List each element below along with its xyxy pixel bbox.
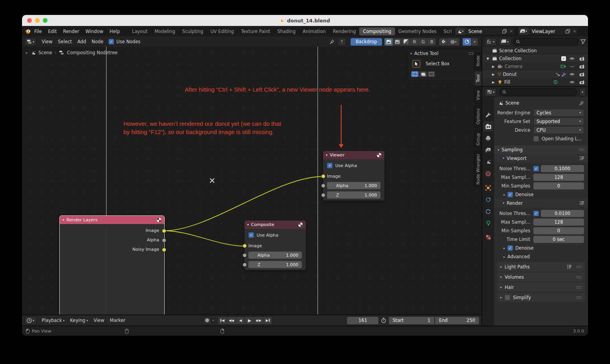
sidebar-tab-node[interactable]: Node <box>474 52 481 70</box>
image-alpha-button[interactable] <box>393 38 402 46</box>
collapse-icon[interactable]: ▾ <box>62 218 64 222</box>
collapse-icon[interactable]: ▾ <box>247 223 249 226</box>
viewport-noise-field[interactable]: 0.1000 <box>541 165 584 172</box>
collapse-icon[interactable]: ▾ <box>410 52 412 55</box>
tab-scene[interactable] <box>483 157 493 167</box>
zoom-window-button[interactable] <box>43 18 48 23</box>
outliner-filter-button[interactable]: ▾ <box>499 38 511 46</box>
parent-node-tree-button[interactable]: ↑ <box>338 38 346 46</box>
image-output-socket[interactable] <box>162 229 166 233</box>
close-window-button[interactable] <box>27 18 32 23</box>
blue-channel-button[interactable]: B <box>428 38 436 46</box>
collapse-icon[interactable]: ▾ <box>326 153 327 157</box>
node-header[interactable]: ▾ Render Layers <box>60 216 164 224</box>
viewport-max-field[interactable]: 128 <box>533 174 584 181</box>
node-header[interactable]: ▾ Viewer <box>323 151 384 159</box>
preset-menu-icon[interactable] <box>579 156 584 160</box>
menu-view[interactable]: View <box>39 39 55 44</box>
donut-hide-toggle[interactable] <box>568 72 576 77</box>
simplify-panel[interactable]: ▸ Simplify <box>497 293 585 302</box>
filter-funnel-icon[interactable] <box>581 39 586 44</box>
tab-scripting[interactable]: Scripting <box>440 28 452 35</box>
fill-hide-toggle[interactable] <box>568 80 576 85</box>
tab-tool[interactable] <box>483 110 493 119</box>
tab-render[interactable] <box>483 121 493 131</box>
tab-shading[interactable]: Shading <box>274 28 299 35</box>
expand-icon[interactable]: ▶ <box>491 65 496 68</box>
donut-render-toggle[interactable] <box>578 72 586 77</box>
pin-icon[interactable] <box>329 39 334 44</box>
z-input-socket[interactable] <box>243 263 247 267</box>
properties-editor-type-button[interactable]: ▾ <box>485 88 497 96</box>
use-alpha-checkbox[interactable]: ✓ <box>327 163 333 168</box>
camera-hide-toggle[interactable] <box>568 64 576 69</box>
collection-label[interactable]: Collection <box>499 56 543 61</box>
sidebar-tab-node-wrangler[interactable]: Node Wrangler <box>474 150 481 188</box>
preset-menu-icon[interactable] <box>567 265 572 269</box>
tab-constraints[interactable] <box>483 206 493 216</box>
collection-hide-toggle[interactable] <box>568 56 576 61</box>
tab-object[interactable] <box>483 183 493 193</box>
menu-playback[interactable]: Playback▾ <box>39 318 67 323</box>
expand-icon[interactable]: ▸ <box>503 255 505 259</box>
noisy-image-output-socket[interactable] <box>162 248 166 252</box>
blender-logo-icon[interactable] <box>24 28 31 34</box>
sampling-panel-header[interactable]: ▾ Sampling <box>494 145 588 154</box>
tab-texture-paint[interactable]: Texture Paint <box>237 28 274 35</box>
node-render-layers[interactable]: ▾ Render Layers Image Alpha <box>60 216 164 314</box>
viewport-noise-checkbox[interactable]: ✓ <box>533 166 539 171</box>
backdrop-button[interactable]: Backdrop <box>351 38 382 46</box>
menu-marker[interactable]: Marker <box>107 318 128 323</box>
use-nodes-checkbox[interactable]: ✓ <box>108 39 114 44</box>
outliner-search-input[interactable] <box>513 38 579 46</box>
expand-icon[interactable]: ▶ <box>491 81 496 84</box>
frame-start-field[interactable]: Start 1 <box>389 317 434 324</box>
scene-name[interactable]: Scene <box>465 29 501 34</box>
outliner-row-donut[interactable]: ▶ ▽ Donut <box>482 70 588 78</box>
auto-keying-button[interactable] <box>203 316 211 325</box>
donut-label[interactable]: Donut <box>503 72 543 77</box>
properties-search-input[interactable] <box>499 88 577 96</box>
timeline-editor-type-button[interactable]: ▾ <box>24 316 37 325</box>
sidebar-tab-view[interactable]: View <box>474 87 481 104</box>
render-subpanel-header[interactable]: ▾ Render <box>494 199 588 207</box>
render-max-field[interactable]: 128 <box>533 219 584 226</box>
viewlayer-copy-button[interactable] <box>564 29 571 33</box>
properties-options-button[interactable]: ▾ <box>579 88 586 96</box>
tab-output[interactable] <box>483 133 493 143</box>
render-noise-field[interactable]: 0.0100 <box>541 210 584 217</box>
tab-geometry-nodes[interactable]: Geometry Nodes <box>395 28 440 35</box>
green-channel-button[interactable]: G <box>419 38 428 46</box>
expand-icon[interactable]: ▸ <box>503 193 505 197</box>
tab-view-layer[interactable] <box>483 145 493 155</box>
simplify-checkbox[interactable] <box>505 295 510 300</box>
sidebar-tab-tool[interactable]: Tool <box>474 71 481 86</box>
menu-render[interactable]: Render <box>60 29 83 34</box>
alpha-input-socket[interactable] <box>243 253 247 257</box>
scene-browse-button[interactable]: ▾ <box>455 28 465 35</box>
keying-set-dropdown[interactable]: ▾ <box>212 319 214 322</box>
collection-exclude-checkbox[interactable]: ✓ <box>561 56 566 61</box>
previous-frame-button[interactable]: ◀ <box>236 317 245 324</box>
z-slider[interactable]: Z 1.000 <box>327 191 380 199</box>
menu-select[interactable]: Select <box>55 39 74 44</box>
tab-texture[interactable] <box>483 232 493 242</box>
overlay-dropdown-button[interactable]: ▾ <box>471 38 478 46</box>
render-denoise-row[interactable]: ▸ ✓ Denoise <box>494 244 588 252</box>
feature-set-dropdown[interactable]: Supported▾ <box>533 118 584 125</box>
tab-object-data[interactable] <box>483 218 493 228</box>
node-composite[interactable]: ▾ Composite ✓ Use Alpha Image <box>244 221 306 270</box>
select-extend-mode-button[interactable] <box>419 71 427 77</box>
viewport-subpanel-header[interactable]: ▾ Viewport <box>494 154 588 162</box>
menu-window[interactable]: Window <box>82 29 106 34</box>
scene-copy-button[interactable] <box>501 29 508 33</box>
tab-animation[interactable]: Animation <box>299 28 329 35</box>
collection-render-toggle[interactable] <box>578 57 586 61</box>
next-keyframe-button[interactable]: ◆▶ <box>254 317 263 324</box>
snap-toggle-button[interactable] <box>439 38 448 46</box>
outliner-row-camera[interactable]: ▶ Camera <box>482 63 588 70</box>
select-set-mode-button[interactable] <box>411 71 419 77</box>
snap-mode-button[interactable]: ▾ <box>448 38 459 46</box>
alpha-slider[interactable]: Alpha 1.000 <box>248 252 302 259</box>
hair-panel[interactable]: ▸ Hair <box>497 283 585 292</box>
